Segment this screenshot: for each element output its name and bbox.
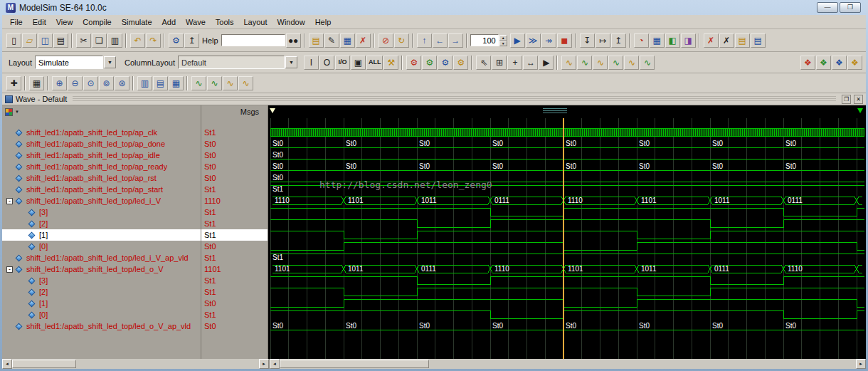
signal-row[interactable]: shift_led1:/apatb_shift_led_top/ap_idle	[2, 150, 201, 161]
signal-value[interactable]: St0	[201, 150, 268, 161]
signal-breakpoint-button[interactable]: ▶	[539, 56, 554, 70]
run-all-button[interactable]: ↠	[541, 33, 556, 48]
signal-row[interactable]: [2]	[2, 286, 201, 298]
bookmark-green-button[interactable]: ❖	[816, 56, 831, 70]
scrollbar-thumb[interactable]	[280, 360, 429, 368]
signal-row[interactable]: - shift_led1:/apatb_shift_led_top/led_o_…	[2, 263, 201, 275]
wave-ungroup-button[interactable]: ∿	[238, 76, 253, 90]
pane-waves-button[interactable]: ▦	[169, 76, 184, 90]
signal-value[interactable]: St1	[201, 184, 268, 195]
wave-edit-insert-button[interactable]: ∿	[561, 56, 576, 70]
filter-inout-button[interactable]: I/O	[335, 56, 350, 70]
run-length-input[interactable]	[470, 34, 499, 46]
spin-down-icon[interactable]: ▼	[499, 41, 507, 46]
filter-settings-button[interactable]: ⚒	[383, 56, 398, 70]
open-file-button[interactable]: ▱	[22, 33, 37, 48]
signal-value[interactable]: St1	[201, 127, 268, 138]
signal-row[interactable]: shift_led1:/apatb_shift_led_top/ap_done	[2, 138, 201, 150]
help-search-input[interactable]	[221, 34, 285, 46]
zoom-mode-button[interactable]: ⊞	[492, 56, 507, 70]
kill-button[interactable]: ✗	[704, 33, 719, 48]
undo-button[interactable]: ↶	[130, 33, 145, 48]
menu-item[interactable]: Add	[157, 16, 181, 28]
find-button[interactable]: ●●	[286, 33, 301, 48]
env-forward-button[interactable]: →	[448, 33, 463, 48]
notes-gold-button[interactable]: ▤	[735, 33, 750, 48]
delete-button[interactable]: ✗	[356, 33, 371, 48]
pane-signals-button[interactable]: ▥	[137, 76, 152, 90]
filter-in-button[interactable]: I	[304, 56, 319, 70]
menu-item[interactable]: Layout	[239, 16, 272, 28]
menu-item[interactable]: Tools	[211, 16, 239, 28]
env-up-button[interactable]: ↑	[417, 33, 432, 48]
layout-select-arrow-icon[interactable]: ▼	[104, 56, 116, 68]
add-to-wave-button[interactable]: ↥	[184, 33, 199, 48]
signal-value[interactable]: St0	[201, 241, 268, 252]
signal-value[interactable]: 1110	[201, 195, 268, 207]
signal-value[interactable]: St0	[201, 161, 268, 172]
gear-gold-button[interactable]: ⚙	[453, 56, 468, 70]
signal-value[interactable]: St1	[201, 275, 268, 286]
redo-button[interactable]: ↷	[146, 33, 161, 48]
names-horizontal-scrollbar[interactable]: ◄ ►	[2, 359, 270, 369]
wave-edit-invert-button[interactable]: ∿	[593, 56, 608, 70]
menu-item[interactable]: Simulate	[117, 16, 157, 28]
new-file-button[interactable]: ▯	[6, 33, 21, 48]
signal-row[interactable]: shift_led1:/apatb_shift_led_top/led_o_V_…	[2, 320, 201, 332]
spin-up-icon[interactable]: ▲	[499, 35, 507, 41]
step-into-button[interactable]: ↧	[580, 33, 595, 48]
wave-virtual-button[interactable]: ∿	[207, 76, 222, 90]
wave-edit-stretch-button[interactable]: ∿	[640, 56, 655, 70]
break-button[interactable]: ◼	[557, 33, 572, 48]
title-bar[interactable]: M ModelSim SE-64 10.0c — ❐	[2, 0, 866, 15]
menu-item[interactable]: View	[51, 16, 78, 28]
signal-row[interactable]: [3]	[2, 275, 201, 286]
signal-row[interactable]: shift_led1:/apatb_shift_led_top/ap_start	[2, 184, 201, 195]
signal-row[interactable]: shift_led1:/apatb_shift_led_top/ap_rst	[2, 172, 201, 184]
env-back-button[interactable]: ←	[433, 33, 448, 48]
close-pane-button[interactable]: ✕	[854, 95, 863, 104]
signal-value[interactable]: St0	[201, 172, 268, 184]
bookmark-gold-button[interactable]: ❖	[847, 56, 862, 70]
filter-all-button[interactable]: ALL	[366, 56, 383, 70]
wave-edit-paste-button[interactable]: ∿	[624, 56, 639, 70]
signal-row[interactable]: [0]	[2, 309, 201, 320]
signal-row[interactable]: shift_led1:/apatb_shift_led_top/led_i_V_…	[2, 252, 201, 263]
wave-window-icon[interactable]	[5, 108, 13, 116]
signal-row[interactable]: shift_led1:/apatb_shift_led_top/ap_clk	[2, 127, 201, 138]
run-button[interactable]: ▶	[510, 33, 525, 48]
menu-item[interactable]: Help	[310, 16, 337, 28]
signal-value[interactable]: St1	[201, 207, 268, 218]
step-out-button[interactable]: ↥	[611, 33, 626, 48]
gear-green-button[interactable]: ⚙	[422, 56, 437, 70]
save-button[interactable]: ◫	[38, 33, 53, 48]
cut-button[interactable]: ✂	[76, 33, 91, 48]
wave-edit-mirror-button[interactable]: ∿	[608, 56, 623, 70]
signal-value[interactable]: St1	[201, 286, 268, 298]
continue-run-button[interactable]: ≫	[526, 33, 541, 48]
pan-mode-button[interactable]: +	[507, 56, 522, 70]
signal-value[interactable]: St1	[201, 229, 268, 241]
gear-blue-button[interactable]: ⚙	[438, 56, 452, 70]
signal-row[interactable]: [1]	[2, 298, 201, 309]
signal-row[interactable]: [1]	[2, 229, 201, 241]
columnlayout-select[interactable]: Default	[178, 56, 285, 69]
stop-button[interactable]: ⊘	[379, 33, 393, 48]
signal-value[interactable]: St1	[201, 309, 268, 320]
signal-row[interactable]: [0]	[2, 241, 201, 252]
zoom-full-button[interactable]: ⊙	[83, 76, 98, 90]
wave-group-button[interactable]: ∿	[223, 76, 238, 90]
expand-toggle-icon[interactable]: -	[6, 266, 13, 273]
bookmark-blue-button[interactable]: ❖	[832, 56, 847, 70]
signal-value[interactable]: St0	[201, 320, 268, 332]
notes-blue-button[interactable]: ▤	[751, 33, 766, 48]
signal-value[interactable]: St0	[201, 298, 268, 309]
edit-wave-button[interactable]: ✎	[324, 33, 339, 48]
columnlayout-select-arrow-icon[interactable]: ▼	[285, 56, 297, 68]
menu-item[interactable]: Edit	[28, 16, 51, 28]
coverage-button[interactable]: ◧	[665, 33, 680, 48]
signal-row[interactable]: [2]	[2, 218, 201, 229]
compile-button[interactable]: ⚙	[169, 33, 184, 48]
wave-horizontal-scrollbar[interactable]: ◄ ►	[270, 359, 866, 369]
gear-red-button[interactable]: ⚙	[406, 56, 421, 70]
